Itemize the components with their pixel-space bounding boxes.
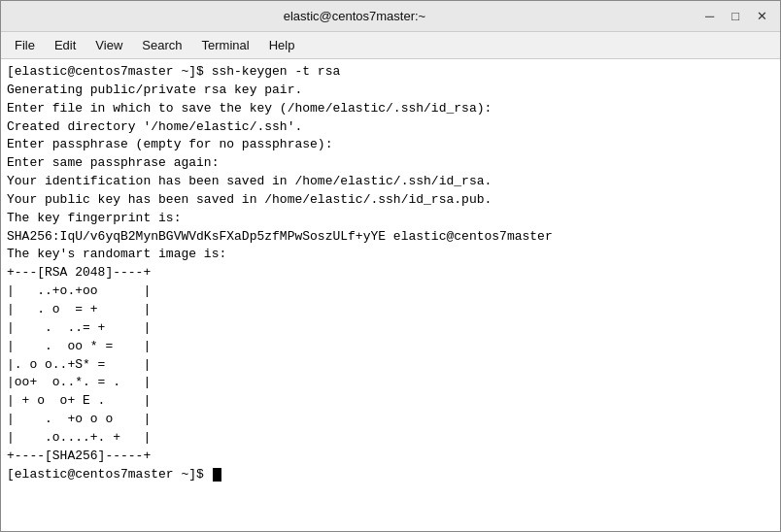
menu-help[interactable]: Help bbox=[259, 34, 305, 56]
menu-search[interactable]: Search bbox=[132, 34, 191, 56]
close-button[interactable]: ✕ bbox=[752, 7, 772, 25]
terminal-cursor bbox=[213, 468, 221, 482]
title-bar: elastic@centos7master:~ ─ □ ✕ bbox=[1, 1, 780, 32]
window-title: elastic@centos7master:~ bbox=[284, 9, 426, 23]
minimize-button[interactable]: ─ bbox=[700, 7, 719, 25]
menu-terminal[interactable]: Terminal bbox=[192, 34, 259, 56]
title-controls: ─ □ ✕ bbox=[700, 7, 772, 25]
terminal-window: elastic@centos7master:~ ─ □ ✕ File Edit … bbox=[0, 0, 781, 532]
menu-bar: File Edit View Search Terminal Help bbox=[1, 32, 780, 59]
maximize-button[interactable]: □ bbox=[727, 7, 744, 25]
menu-view[interactable]: View bbox=[85, 34, 132, 56]
terminal-body[interactable]: [elastic@centos7master ~]$ ssh-keygen -t… bbox=[1, 59, 780, 531]
title-area: elastic@centos7master:~ bbox=[9, 9, 700, 23]
menu-file[interactable]: File bbox=[5, 34, 45, 56]
menu-edit[interactable]: Edit bbox=[45, 34, 85, 56]
